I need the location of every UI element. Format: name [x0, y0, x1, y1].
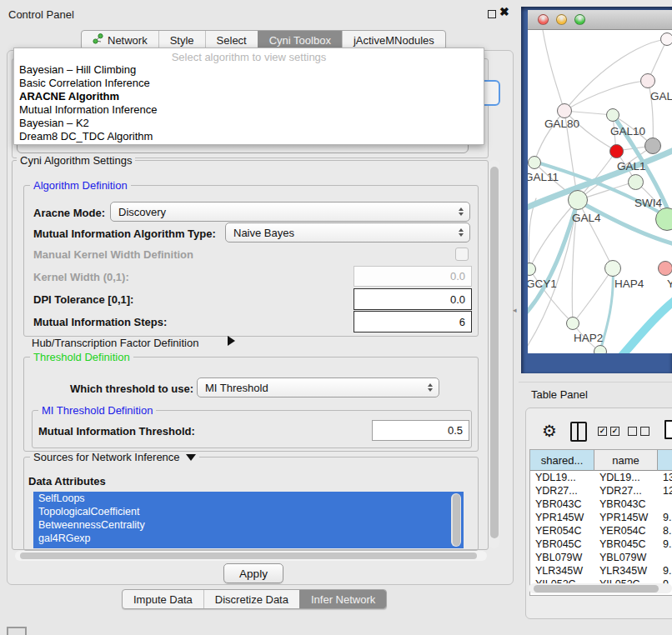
algorithm-option-mutual-information-inference[interactable]: Mutual Information Inference — [14, 103, 484, 117]
table-cell[interactable]: 9. — [658, 538, 672, 551]
close-icon[interactable]: ✖ — [499, 5, 509, 18]
table-row[interactable]: YBR045CYBR045C9. — [530, 538, 672, 551]
unchecked-pair-icon[interactable] — [628, 427, 649, 436]
table-cell[interactable]: YER054C — [530, 524, 594, 538]
table-cell[interactable]: YBR043C — [530, 498, 594, 511]
network-node[interactable] — [594, 345, 607, 353]
network-node-gal80[interactable] — [557, 103, 572, 118]
network-node-gal11[interactable] — [528, 156, 541, 169]
table-cell[interactable]: YPR145W — [530, 511, 594, 524]
network-node-gal1[interactable] — [609, 144, 624, 158]
table-cell[interactable]: YDR27... — [594, 484, 658, 498]
table-row[interactable]: YER054CYER054C8. — [530, 524, 672, 538]
panel-splitter-handle[interactable]: ◂ — [513, 307, 517, 314]
tab-infer-network[interactable]: Infer Network — [299, 590, 386, 608]
table-row[interactable]: YLR345WYLR345W9. — [530, 564, 672, 578]
table-cell[interactable]: YDR27... — [530, 484, 594, 498]
zoom-traffic-light[interactable] — [574, 14, 585, 25]
network-node-y[interactable] — [658, 261, 672, 276]
network-node[interactable] — [655, 208, 672, 231]
document-icon[interactable] — [664, 420, 672, 439]
manual-kernel-checkbox[interactable] — [455, 248, 469, 261]
apply-button-label: Apply — [239, 568, 268, 580]
table-cell[interactable]: YBL079W — [530, 551, 594, 564]
split-columns-icon[interactable] — [570, 422, 587, 442]
attribute-item-selfloops[interactable]: SelfLoops — [33, 492, 464, 505]
mi-algorithm-type-combo[interactable]: Naive Bayes — [225, 222, 470, 242]
which-threshold-combo[interactable]: MI Threshold — [197, 378, 439, 398]
network-window-titlebar[interactable] — [528, 10, 672, 30]
algorithm-option-bayesian-hill-climbing[interactable]: Bayesian – Hill Climbing — [14, 63, 484, 77]
algorithm-option-aracne-algorithm[interactable]: ARACNE Algorithm — [14, 90, 484, 103]
data-attributes-list[interactable]: SelfLoopsTopologicalCoefficientBetweenne… — [33, 492, 464, 548]
float-window-icon[interactable] — [488, 10, 496, 18]
kernel-width-input[interactable]: 0.0 — [354, 266, 472, 287]
table-cell[interactable]: 12 — [658, 484, 672, 498]
algorithm-option-basic-correlation-inference[interactable]: Basic Correlation Inference — [14, 77, 484, 90]
aracne-mode-combo[interactable]: Discovery — [110, 202, 470, 222]
table-cell[interactable]: YLR345W — [594, 564, 658, 578]
table-cell[interactable]: YPR145W — [594, 511, 658, 524]
network-node-gal4[interactable] — [568, 190, 588, 210]
table-cell[interactable]: YDL19... — [594, 471, 658, 484]
network-node-swi4[interactable] — [628, 174, 644, 190]
table-cell[interactable]: YBL079W — [594, 551, 658, 564]
mi-threshold-input[interactable]: 0.5 — [372, 420, 469, 441]
tab-style[interactable]: Style — [158, 31, 205, 49]
dpi-tolerance-input[interactable]: 0.0 — [354, 288, 472, 310]
network-node-hap2[interactable] — [566, 317, 579, 330]
table-cell[interactable]: 13 — [658, 471, 672, 484]
gear-icon[interactable]: ⚙ — [540, 421, 559, 441]
settings-hscrollbar-thumb[interactable] — [20, 552, 477, 559]
table-cell[interactable]: YBR045C — [530, 538, 594, 551]
close-traffic-light[interactable] — [538, 14, 549, 25]
network-canvas[interactable]: GALGAL80GAL10GAL1GAL11SWI4GAL4GCY1HAP4YH… — [528, 30, 672, 353]
table-cell[interactable]: 8. — [658, 524, 672, 538]
minimize-traffic-light[interactable] — [556, 14, 567, 25]
table-row[interactable]: YDR27...YDR27...12 — [530, 484, 672, 498]
tab-impute-data[interactable]: Impute Data — [123, 590, 203, 608]
hub-section-expand-icon[interactable] — [228, 336, 235, 346]
attribute-item-betweennesscentrality[interactable]: BetweennessCentrality — [33, 518, 464, 532]
table-cell[interactable]: YDL19... — [530, 471, 594, 484]
checked-pair-icon[interactable]: ✓ ✓ — [598, 427, 619, 436]
tab-jactivemnodules[interactable]: jActiveMNodules — [342, 31, 445, 49]
table-row[interactable]: YBL079WYBL079W — [530, 551, 672, 564]
tab-select[interactable]: Select — [205, 31, 258, 49]
table-row[interactable]: YBR043CYBR043C — [530, 498, 672, 511]
table-cell[interactable]: YBR043C — [594, 498, 658, 511]
network-node[interactable] — [660, 32, 672, 46]
table-cell[interactable]: YLR345W — [530, 564, 594, 578]
table-row[interactable]: YPR145WYPR145W9. — [530, 511, 672, 524]
tab-network[interactable]: Network — [82, 31, 158, 49]
tab-discretize-data[interactable]: Discretize Data — [203, 590, 299, 608]
algorithm-option-bayesian-k2[interactable]: Bayesian – K2 — [14, 117, 484, 130]
column-header-name[interactable]: name — [594, 450, 658, 471]
table-cell[interactable]: YER054C — [594, 524, 658, 538]
network-node[interactable] — [644, 138, 661, 154]
aracne-mode-value: Discovery — [118, 206, 166, 218]
docked-panel-icon[interactable] — [7, 627, 27, 635]
column-header-cut[interactable] — [658, 450, 672, 471]
attributes-scrollbar-thumb[interactable] — [453, 494, 460, 546]
table-cell[interactable]: YBR045C — [594, 538, 658, 551]
apply-button[interactable]: Apply — [223, 563, 283, 583]
network-node-hap4[interactable] — [604, 260, 621, 277]
network-node-gal[interactable] — [640, 73, 655, 88]
algorithm-option-dream8-dc-tdc-algorithm[interactable]: Dream8 DC_TDC Algorithm — [14, 130, 484, 143]
tab-cyni-toolbox[interactable]: Cyni Toolbox — [258, 31, 342, 49]
table-row[interactable]: YDL19...YDL19...13 — [530, 471, 672, 484]
table-hscrollbar-thumb[interactable] — [534, 585, 659, 592]
column-header-shared[interactable]: shared... — [530, 450, 594, 471]
settings-scrollbar-thumb[interactable] — [490, 167, 499, 538]
network-node-gal10[interactable] — [606, 108, 619, 122]
table-cell[interactable]: 9. — [658, 511, 672, 524]
table-cell[interactable] — [658, 551, 672, 564]
attribute-item-topologicalcoefficient[interactable]: TopologicalCoefficient — [33, 505, 464, 518]
sources-collapse-icon[interactable] — [186, 454, 196, 461]
attribute-item-gal4rgexp[interactable]: gal4RGexp — [33, 532, 464, 545]
node-label: GAL — [650, 90, 672, 102]
table-cell[interactable]: 9. — [658, 564, 672, 578]
table-cell[interactable] — [658, 498, 672, 511]
mi-steps-input[interactable]: 6 — [354, 311, 472, 332]
